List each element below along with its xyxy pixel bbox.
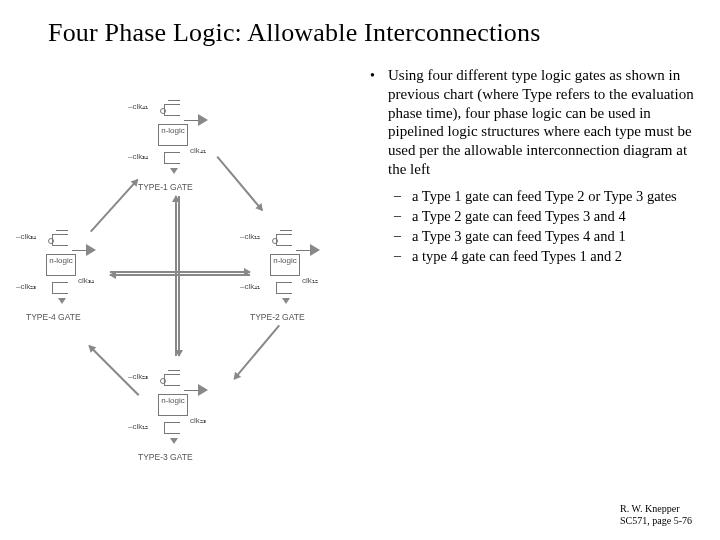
clk-label: –clk₃₄	[128, 152, 148, 161]
page-title: Four Phase Logic: Allowable Interconnect…	[0, 0, 720, 48]
dash-icon: –	[394, 247, 412, 265]
arrow-icon	[110, 271, 250, 273]
gate-type-4: n-logic –clk₃₄ –clk₂₃ clk₃₄ TYPE-4 GATE	[26, 226, 106, 314]
sub-bullet-text: a type 4 gate can feed Types 1 and 2	[412, 247, 622, 265]
gate-type-2: n-logic –clk₁₂ –clk₄₁ clk₁₂ TYPE-2 GATE	[250, 226, 330, 314]
gate-label: TYPE-1 GATE	[138, 182, 228, 192]
dash-icon: –	[394, 187, 412, 205]
n-logic-block: n-logic	[158, 394, 188, 416]
arrow-icon	[175, 196, 177, 356]
sub-bullet-list: – a Type 1 gate can feed Type 2 or Type …	[370, 187, 700, 266]
clk-label: clk₁₂	[302, 276, 318, 285]
footer-page: SC571, page 5-76	[620, 515, 692, 527]
sub-bullet-text: a Type 2 gate can feed Types 3 and 4	[412, 207, 626, 225]
clk-label: –clk₂₃	[128, 372, 148, 381]
sub-bullet: – a Type 1 gate can feed Type 2 or Type …	[394, 187, 700, 205]
gate-label: TYPE-4 GATE	[26, 312, 116, 322]
n-logic-block: n-logic	[270, 254, 300, 276]
clk-label: –clk₄₁	[240, 282, 260, 291]
gate-label: TYPE-2 GATE	[250, 312, 340, 322]
interconnection-diagram: n-logic –clk₄₁ –clk₃₄ clk₄₁ TYPE-1 GATE …	[20, 96, 340, 476]
sub-bullet: – a Type 3 gate can feed Types 4 and 1	[394, 227, 700, 245]
arrow-icon	[234, 325, 280, 380]
sub-bullet-text: a Type 1 gate can feed Type 2 or Type 3 …	[412, 187, 677, 205]
sub-bullet: – a type 4 gate can feed Types 1 and 2	[394, 247, 700, 265]
bullet-main: • Using four different type logic gates …	[370, 66, 700, 179]
clk-label: clk₃₄	[78, 276, 94, 285]
n-logic-block: n-logic	[158, 124, 188, 146]
n-logic-block: n-logic	[46, 254, 76, 276]
gate-type-1: n-logic –clk₄₁ –clk₃₄ clk₄₁ TYPE-1 GATE	[138, 96, 218, 184]
clk-label: –clk₃₄	[16, 232, 36, 241]
arrow-icon	[89, 345, 140, 396]
clk-label: –clk₄₁	[128, 102, 148, 111]
bullet-dot-icon: •	[370, 66, 388, 179]
clk-label: –clk₁₂	[240, 232, 260, 241]
footer-author: R. W. Knepper	[620, 503, 692, 515]
dash-icon: –	[394, 227, 412, 245]
dash-icon: –	[394, 207, 412, 225]
footer-credit: R. W. Knepper SC571, page 5-76	[620, 503, 692, 526]
gate-type-3: n-logic –clk₂₃ –clk₁₂ clk₂₃ TYPE-3 GATE	[138, 366, 218, 454]
sub-bullet-text: a Type 3 gate can feed Types 4 and 1	[412, 227, 626, 245]
bullet-main-text: Using four different type logic gates as…	[388, 66, 700, 179]
clk-label: –clk₁₂	[128, 422, 148, 431]
clk-label: –clk₂₃	[16, 282, 36, 291]
arrow-icon	[179, 196, 181, 356]
sub-bullet: – a Type 2 gate can feed Types 3 and 4	[394, 207, 700, 225]
gate-label: TYPE-3 GATE	[138, 452, 228, 462]
text-column: • Using four different type logic gates …	[360, 66, 700, 476]
diagram-column: n-logic –clk₄₁ –clk₃₄ clk₄₁ TYPE-1 GATE …	[20, 66, 360, 476]
arrow-icon	[90, 179, 138, 232]
arrow-icon	[110, 275, 250, 277]
content-row: n-logic –clk₄₁ –clk₃₄ clk₄₁ TYPE-1 GATE …	[0, 48, 720, 476]
clk-label: clk₄₁	[190, 146, 206, 155]
clk-label: clk₂₃	[190, 416, 206, 425]
